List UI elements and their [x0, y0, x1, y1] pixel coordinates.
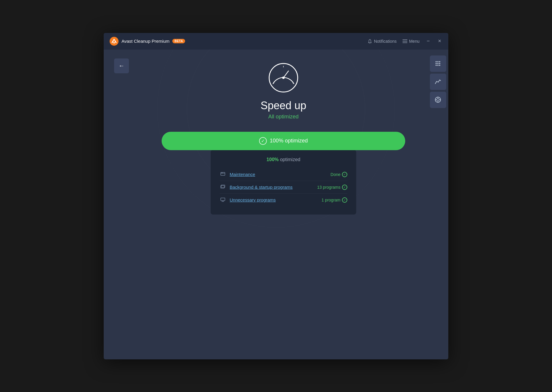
notifications-label: Notifications	[374, 39, 397, 44]
menu-button[interactable]: Menu	[403, 39, 419, 44]
background-programs-icon	[220, 184, 226, 191]
titlebar-left: Avast Cleanup Premium BETA	[110, 37, 185, 46]
beta-badge: BETA	[172, 39, 185, 43]
right-sidebar	[428, 50, 448, 359]
back-button[interactable]: ←	[114, 58, 129, 73]
background-programs-check-icon: ✓	[342, 185, 347, 190]
speedometer-icon	[267, 61, 300, 94]
menu-icon	[403, 39, 407, 43]
center-content: Speed up All optimized ✓ 100% optimized …	[139, 50, 428, 359]
unnecessary-programs-icon	[220, 197, 226, 203]
svg-point-13	[222, 172, 223, 173]
background-programs-label[interactable]: Background & startup programs	[230, 185, 313, 190]
svg-point-28	[439, 65, 440, 66]
svg-point-12	[221, 172, 222, 173]
unnecessary-programs-check-icon: ✓	[342, 197, 347, 203]
svg-line-5	[283, 71, 288, 78]
main-area: ← Speed up All optimized ✓	[104, 50, 448, 359]
maintenance-check-icon: ✓	[342, 172, 347, 177]
dropdown-percent: 100%	[266, 157, 279, 162]
maintenance-icon	[220, 171, 226, 178]
optimize-button[interactable]: ✓ 100% optimized	[162, 132, 405, 150]
svg-point-21	[437, 61, 439, 62]
bell-icon	[368, 39, 372, 44]
svg-point-26	[436, 65, 437, 66]
titlebar: Avast Cleanup Premium BETA Notifications…	[104, 33, 448, 50]
svg-point-25	[439, 63, 440, 64]
main-window: Avast Cleanup Premium BETA Notifications…	[104, 33, 448, 359]
svg-point-24	[437, 63, 439, 64]
dropdown-panel: 100% optimized Maintenance Done	[211, 150, 356, 215]
svg-point-20	[436, 61, 437, 62]
left-sidebar: ←	[104, 50, 139, 359]
grid-icon	[435, 60, 441, 67]
menu-label: Menu	[409, 39, 419, 44]
maintenance-label[interactable]: Maintenance	[230, 172, 327, 177]
svg-point-23	[436, 63, 437, 64]
svg-rect-16	[221, 198, 225, 201]
maintenance-row: Maintenance Done ✓	[220, 168, 347, 181]
help-icon	[435, 96, 441, 103]
dropdown-title-suffix: optimized	[279, 157, 300, 162]
chart-icon	[435, 78, 441, 85]
optimize-button-label: 100% optimized	[270, 138, 308, 144]
svg-point-0	[110, 37, 119, 46]
maintenance-status: Done ✓	[331, 172, 347, 177]
page-title: Speed up	[261, 99, 306, 112]
minimize-button[interactable]: −	[425, 38, 431, 44]
app-title: Avast Cleanup Premium	[122, 39, 169, 44]
svg-point-30	[437, 99, 439, 101]
chart-view-button[interactable]	[430, 74, 446, 90]
dropdown-title: 100% optimized	[220, 157, 347, 162]
unnecessary-programs-status: 1 program ✓	[321, 197, 347, 203]
help-button[interactable]	[430, 92, 446, 108]
svg-point-6	[282, 77, 285, 79]
back-arrow-icon: ←	[119, 62, 124, 69]
svg-point-22	[439, 61, 440, 62]
check-circle-icon: ✓	[259, 137, 267, 145]
unnecessary-programs-row: Unnecessary programs 1 program ✓	[220, 194, 347, 206]
background-programs-status: 13 programs ✓	[317, 185, 347, 190]
notifications-button[interactable]: Notifications	[368, 39, 397, 44]
optimized-subtitle: All optimized	[268, 114, 299, 120]
background-programs-row: Background & startup programs 13 program…	[220, 181, 347, 194]
close-button[interactable]: ×	[437, 38, 442, 44]
titlebar-right: Notifications Menu − ×	[368, 38, 442, 44]
avast-logo-icon	[110, 37, 119, 46]
grid-view-button[interactable]	[430, 55, 446, 72]
svg-point-27	[437, 65, 439, 66]
unnecessary-programs-label[interactable]: Unnecessary programs	[230, 197, 318, 202]
